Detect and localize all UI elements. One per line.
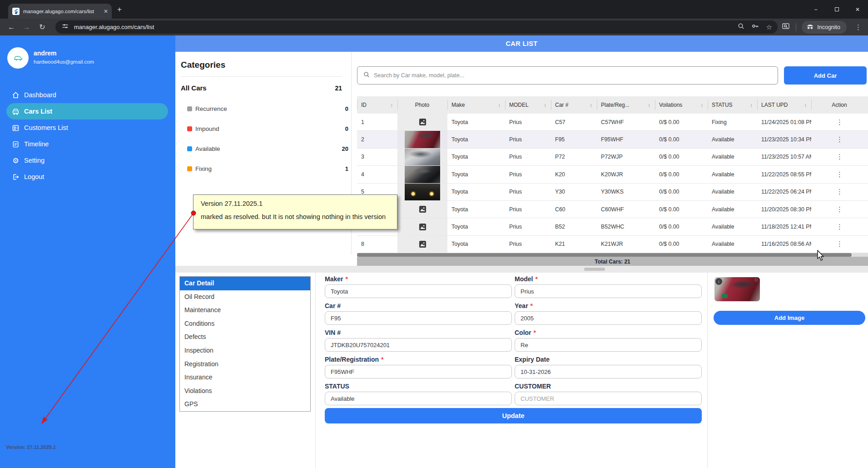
detail-tab[interactable]: Registration <box>180 358 310 371</box>
field-input[interactable] <box>515 311 702 325</box>
table-row[interactable]: 5 Toyota Prius Y30 Y30WKS 0/$ 0.00 Avail… <box>357 184 868 201</box>
car-photo[interactable] <box>405 166 440 183</box>
browser-tab[interactable]: manager.alugago.com/cars/list ✕ <box>8 4 112 19</box>
field-input[interactable] <box>515 284 702 298</box>
detail-tab[interactable]: Defects <box>180 330 310 344</box>
row-actions-menu-icon[interactable]: ⋮ <box>836 135 843 144</box>
row-actions-menu-icon[interactable]: ⋮ <box>836 118 843 126</box>
sidebar-item-timeline[interactable]: Timeline <box>0 136 175 152</box>
sort-icon[interactable]: ↕ <box>804 102 807 108</box>
window-maximize-button[interactable] <box>826 6 847 13</box>
sort-icon[interactable]: ↕ <box>544 102 547 108</box>
detail-tab[interactable]: Violations <box>180 384 310 398</box>
download-image-icon[interactable]: ↓ <box>715 278 722 285</box>
add-image-button[interactable]: Add Image <box>714 311 865 325</box>
table-row[interactable]: 6 Toyota Prius C60 C60WHF 0/$ 0.00 Avail… <box>357 201 868 218</box>
horizontal-scrollbar[interactable] <box>357 253 868 257</box>
add-car-button[interactable]: Add Car <box>784 66 867 85</box>
sort-icon[interactable]: ↕ <box>750 102 753 108</box>
detail-tab[interactable]: Conditions <box>180 317 310 331</box>
row-actions-menu-icon[interactable]: ⋮ <box>836 188 843 196</box>
car-photo[interactable] <box>405 131 440 148</box>
table-row[interactable]: 2 Toyota Prius F95 F95WHF 0/$ 0.00 Avail… <box>357 131 868 148</box>
column-header[interactable]: Plate/Reg... ↕ <box>597 96 655 114</box>
column-header[interactable]: Voilations ↕ <box>655 96 708 114</box>
car-photo[interactable] <box>405 184 440 200</box>
detail-tab[interactable]: Oil Record <box>180 290 310 304</box>
window-close-button[interactable]: ✕ <box>847 6 868 13</box>
site-settings-icon[interactable] <box>62 23 69 31</box>
detail-scrollbar-thumb[interactable] <box>584 268 605 271</box>
reload-button[interactable]: ↻ <box>35 23 50 31</box>
table-row[interactable]: 1 Toyota Prius C57 C57WHF 0/$ 0.00 Fixin… <box>357 114 868 131</box>
row-actions-menu-icon[interactable]: ⋮ <box>836 223 843 231</box>
category-row[interactable]: Fixing 1 <box>187 165 342 172</box>
category-row[interactable]: Impound 0 <box>187 125 342 132</box>
car-photo[interactable] <box>405 218 440 235</box>
detail-tab[interactable]: GPS <box>180 398 310 411</box>
field-input[interactable] <box>515 338 702 352</box>
category-all-cars[interactable]: All Cars 21 <box>181 84 342 92</box>
car-photo[interactable] <box>405 201 440 218</box>
column-header[interactable]: LAST UPD ↕ <box>757 96 811 114</box>
forward-button[interactable]: → <box>19 23 35 31</box>
sort-icon[interactable]: ↕ <box>590 102 593 108</box>
column-header[interactable]: Make ↕ <box>447 96 505 114</box>
column-header[interactable]: MODEL ↕ <box>505 96 551 114</box>
sort-icon[interactable]: ↕ <box>391 102 393 108</box>
column-header[interactable]: Photo ↕ <box>397 96 447 114</box>
back-button[interactable]: ← <box>4 23 19 31</box>
field-input[interactable] <box>325 338 512 352</box>
table-row[interactable]: 7 Toyota Prius B52 B52WHC 0/$ 0.00 Avail… <box>357 218 868 235</box>
field-input[interactable] <box>325 311 512 325</box>
column-header[interactable]: STATUS ↕ <box>708 96 757 114</box>
address-bar[interactable]: manager.alugago.com/cars/list ☆ <box>55 20 778 34</box>
password-key-icon[interactable] <box>752 23 759 31</box>
screen-search-icon[interactable] <box>782 23 790 32</box>
category-row[interactable]: Available 20 <box>187 145 342 152</box>
table-row[interactable]: 8 Toyota Prius K21 K21WJR 0/$ 0.00 Avail… <box>357 236 868 253</box>
bookmark-star-icon[interactable]: ☆ <box>766 23 772 31</box>
sort-icon[interactable]: ↕ <box>701 102 704 108</box>
car-photo[interactable] <box>405 236 440 253</box>
field-input[interactable] <box>515 392 702 405</box>
scrollbar-thumb[interactable] <box>357 253 852 257</box>
field-input[interactable] <box>515 365 702 378</box>
sidebar-item-dashboard[interactable]: Dashboard <box>0 87 175 103</box>
field-input[interactable] <box>325 365 512 378</box>
car-photo[interactable] <box>405 114 440 130</box>
browser-menu-icon[interactable]: ⋮ <box>852 23 864 31</box>
car-image-thumbnail[interactable]: ↓ ✕ <box>714 277 760 301</box>
update-button[interactable]: Update <box>325 408 702 423</box>
row-actions-menu-icon[interactable]: ⋮ <box>836 153 843 161</box>
detail-tab[interactable]: Insurance <box>180 371 310 384</box>
sidebar-item-cars-list[interactable]: Cars List <box>6 103 168 119</box>
search-input[interactable] <box>374 72 773 79</box>
sort-icon[interactable]: ↕ <box>498 102 501 108</box>
detail-tab[interactable]: Inspection <box>180 344 310 358</box>
sidebar-item-logout[interactable]: Logout <box>0 169 175 185</box>
search-tabs-icon[interactable] <box>738 23 744 31</box>
column-header[interactable]: Action ↕ <box>811 96 868 114</box>
field-input[interactable] <box>325 284 512 298</box>
table-row[interactable]: 4 Toyota Prius K20 K20WJR 0/$ 0.00 Avail… <box>357 166 868 183</box>
category-row[interactable]: Recurrence 0 <box>187 105 342 112</box>
car-photo[interactable] <box>405 149 440 165</box>
column-header[interactable]: Car # ↕ <box>551 96 597 114</box>
sidebar-item-customers-list[interactable]: Customers List <box>0 119 175 136</box>
row-actions-menu-icon[interactable]: ⋮ <box>836 205 843 214</box>
new-tab-button[interactable]: + <box>117 5 122 13</box>
window-minimize-button[interactable]: − <box>805 6 826 13</box>
column-header[interactable]: ID ↕ <box>357 96 397 114</box>
sidebar-item-setting[interactable]: ⚙ Setting <box>0 152 175 169</box>
detail-tab[interactable]: Car Detail <box>180 277 310 290</box>
table-row[interactable]: 3 Toyota Prius P72 P72WJP 0/$ 0.00 Avail… <box>357 149 868 166</box>
detail-tab[interactable]: Maintenance <box>180 304 310 317</box>
avatar[interactable] <box>7 47 29 69</box>
field-input[interactable] <box>325 392 512 405</box>
remove-image-icon[interactable]: ✕ <box>754 277 759 283</box>
sort-icon[interactable]: ↕ <box>648 102 651 108</box>
row-actions-menu-icon[interactable]: ⋮ <box>836 240 843 248</box>
row-actions-menu-icon[interactable]: ⋮ <box>836 170 843 179</box>
tab-close-icon[interactable]: ✕ <box>104 8 108 15</box>
